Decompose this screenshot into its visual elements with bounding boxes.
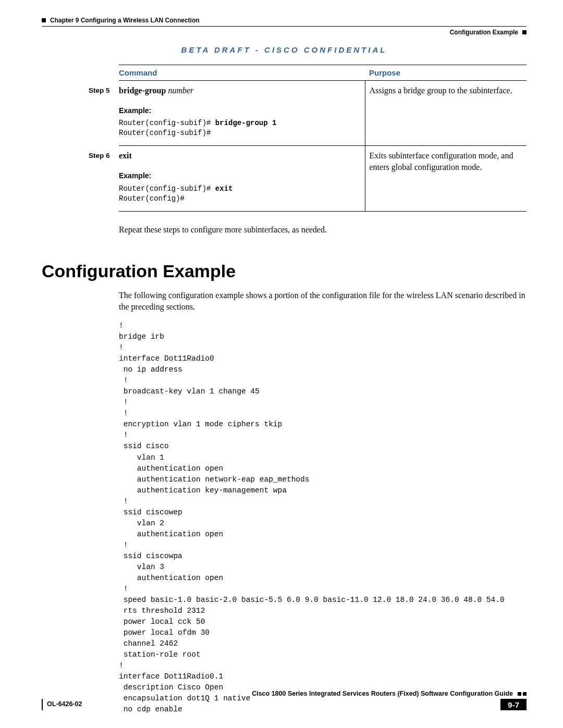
step-label: Step 6 — [89, 146, 119, 211]
command-cell: exit Example: Router(config-subif)# exit… — [119, 146, 365, 211]
cmd-arg: number — [166, 86, 193, 95]
header-marker-icon — [42, 18, 46, 22]
th-purpose: Purpose — [365, 65, 527, 81]
config-block: ! bridge irb ! interface Dot11Radio0 no … — [119, 320, 527, 715]
footer-docnum: OL-6426-02 — [43, 699, 500, 710]
table-row: Step 6 exit Example: Router(config-subif… — [89, 146, 527, 211]
table-row: Step 5 bridge-group number Example: Rout… — [89, 81, 527, 146]
footer-box-icon — [523, 692, 527, 696]
example-code: Router(config-subif)# exit Router(config… — [119, 184, 361, 204]
footer-page-number: 9-7 — [500, 699, 527, 710]
purpose-cell: Assigns a bridge group to the subinterfa… — [365, 81, 527, 146]
example-code: Router(config-subif)# bridge-group 1 Rou… — [119, 118, 361, 138]
confidential-banner: BETA DRAFT - CISCO CONFIDENTIAL — [42, 45, 527, 54]
repeat-note: Repeat these steps to configure more sub… — [119, 224, 527, 236]
purpose-cell: Exits subinterface configuration mode, a… — [365, 146, 527, 211]
command-table: Command Purpose Step 5 bridge-group numb… — [89, 65, 527, 212]
header-rule — [42, 26, 527, 27]
cmd-bold: bridge-group — [119, 86, 166, 95]
example-label: Example: — [119, 171, 361, 181]
chapter-label: Chapter 9 Configuring a Wireless LAN Con… — [50, 17, 200, 24]
th-command: Command — [119, 65, 365, 81]
footer-book-title: Cisco 1800 Series Integrated Services Ro… — [252, 690, 513, 697]
section-heading: Configuration Example — [42, 261, 527, 281]
section-intro: The following configuration example show… — [119, 290, 527, 312]
cmd-bold: exit — [119, 151, 132, 160]
page-footer: Cisco 1800 Series Integrated Services Ro… — [42, 690, 527, 710]
header-section-marker-icon — [522, 30, 527, 34]
example-label: Example: — [119, 106, 361, 116]
header-section: Configuration Example — [450, 29, 518, 36]
footer-box-icon — [518, 692, 521, 696]
step-label: Step 5 — [89, 81, 119, 146]
command-cell: bridge-group number Example: Router(conf… — [119, 81, 365, 146]
